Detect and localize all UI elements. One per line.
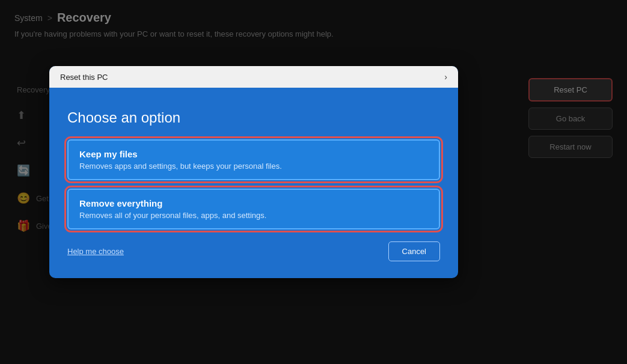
dialog-top-bar-label: Reset this PC [60,73,108,82]
remove-everything-description: Removes all of your personal files, apps… [79,211,428,220]
dialog-title: Choose an option [67,109,440,126]
remove-everything-button[interactable]: Remove everything Removes all of your pe… [67,189,440,229]
dialog-top-bar-chevron: › [444,72,447,82]
remove-everything-title: Remove everything [79,198,428,208]
dialog-footer: Help me choose Cancel [67,241,440,261]
cancel-button[interactable]: Cancel [388,241,440,261]
help-me-choose-link[interactable]: Help me choose [67,247,124,256]
keep-files-title: Keep my files [79,149,428,159]
reset-dialog: Reset this PC › Choose an option Keep my… [49,66,458,278]
keep-my-files-button[interactable]: Keep my files Removes apps and settings,… [67,139,440,180]
dialog-top-bar: Reset this PC › [49,66,458,88]
keep-files-description: Removes apps and settings, but keeps you… [79,162,428,171]
dialog-body: Choose an option Keep my files Removes a… [67,109,440,261]
